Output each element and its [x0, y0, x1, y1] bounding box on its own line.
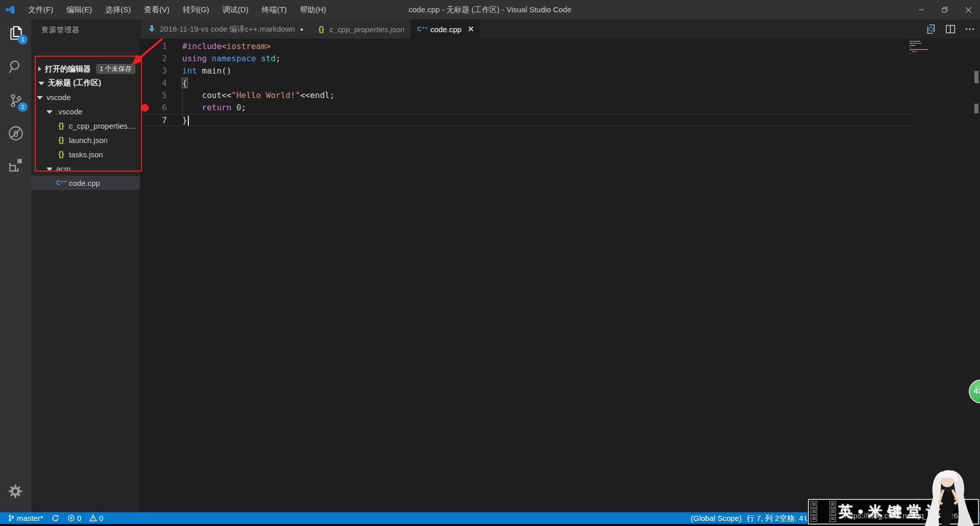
gear-icon[interactable] — [7, 483, 24, 500]
chevron-down-icon — [37, 96, 43, 100]
code-lines: 1#include<iostream>2using namespace std;… — [140, 40, 980, 126]
explorer-sidebar: 资源管理器 打开的编辑器 1 个未保存 无标题 (工作区) vscode.vsc… — [31, 19, 140, 512]
source-control-icon[interactable]: 1 — [7, 92, 24, 109]
tab-label: 2018-11-19-vs code 编译c++.markdown — [160, 25, 295, 34]
close-icon[interactable] — [957, 0, 980, 19]
debug-icon[interactable] — [7, 125, 24, 142]
editor-actions — [925, 19, 976, 39]
minimap-line — [910, 45, 973, 46]
line-number: 3 — [140, 65, 167, 77]
code-line[interactable]: 3int main() — [140, 65, 980, 77]
code-editor[interactable]: 1#include<iostream>2using namespace std;… — [140, 39, 980, 512]
menu-item[interactable]: 转到(G) — [176, 0, 216, 19]
menu-item[interactable]: 文件(F) — [21, 0, 60, 19]
minimap-line — [910, 49, 973, 50]
code-line[interactable]: 7} — [140, 114, 910, 126]
tree-item[interactable]: .vscode — [31, 104, 140, 118]
tree-item[interactable]: acm — [31, 161, 140, 176]
code-text: return 0; — [182, 102, 246, 114]
menu-item[interactable]: 查看(V) — [137, 0, 176, 19]
errors-status[interactable]: 0 — [65, 512, 84, 524]
chevron-right-icon — [38, 66, 41, 71]
seal-stamps: 回 回 回 — [829, 501, 836, 522]
git-branch-status[interactable]: master* — [5, 512, 46, 524]
menu-item[interactable]: 选择(S) — [99, 0, 137, 19]
menu-item[interactable]: 编辑(E) — [60, 0, 99, 19]
tree-item[interactable]: {}launch.json — [31, 133, 140, 147]
tree-item-label: acm — [56, 164, 70, 173]
error-icon — [67, 514, 75, 522]
workspace-section[interactable]: 无标题 (工作区) — [31, 76, 140, 90]
status-item[interactable]: 空格: 4 — [779, 512, 803, 524]
more-actions-icon[interactable] — [964, 23, 976, 35]
open-editors-section[interactable]: 打开的编辑器 1 个未保存 — [31, 62, 140, 76]
tab-close-icon[interactable]: ✕ — [468, 25, 474, 34]
vscode-logo-icon — [5, 5, 15, 15]
code-line[interactable]: 4{ — [140, 77, 980, 89]
modified-dot-icon[interactable]: ● — [300, 26, 304, 32]
explorer-icon[interactable]: 1 — [7, 25, 24, 42]
line-number: 7 — [140, 114, 167, 127]
minimap-line — [910, 51, 973, 52]
code-text: using namespace std; — [182, 53, 281, 65]
sync-icon — [52, 514, 59, 522]
editor-tab[interactable]: C⁺⁺code.cpp✕ — [411, 19, 480, 39]
minimize-icon[interactable] — [910, 0, 933, 19]
code-line[interactable]: 1#include<iostream> — [140, 40, 980, 53]
minimap-line — [910, 43, 973, 44]
tab-label: code.cpp — [430, 25, 461, 34]
restore-icon[interactable] — [933, 0, 957, 19]
cpp-icon: C⁺⁺ — [56, 179, 66, 186]
workspace-label: 无标题 (工作区) — [48, 78, 101, 88]
extensions-icon[interactable] — [7, 156, 24, 174]
tree-item-label: tasks.json — [69, 150, 103, 159]
code-text: } — [182, 114, 189, 127]
explorer-badge: 1 — [18, 35, 28, 44]
file-tree: vscode.vscode{}c_cpp_properties....{}lau… — [31, 90, 140, 190]
open-preview-icon[interactable] — [925, 23, 937, 35]
code-text: cout<<"Hello World!"<<endl; — [182, 89, 335, 102]
anime-character — [914, 467, 980, 526]
tree-item[interactable]: C⁺⁺code.cpp — [31, 176, 140, 190]
scm-badge: 1 — [18, 102, 28, 112]
status-item[interactable]: 行 7, 列 2 — [747, 512, 779, 524]
tree-item[interactable]: {}c_cpp_properties.... — [31, 118, 140, 133]
warnings-status[interactable]: 0 — [87, 512, 106, 524]
line-number: 5 — [140, 89, 167, 102]
status-item[interactable]: (Global Scope) — [691, 512, 742, 524]
code-line[interactable]: 5 cout<<"Hello World!"<<endl; — [140, 89, 980, 102]
editor-tab[interactable]: {}c_cpp_properties.json — [310, 19, 411, 39]
tree-item-label: code.cpp — [69, 179, 100, 187]
code-line[interactable]: 2using namespace std; — [140, 53, 980, 65]
line-number: 1 — [140, 40, 167, 53]
tree-item[interactable]: vscode — [31, 90, 140, 104]
window-controls — [910, 0, 980, 19]
git-branch-icon — [8, 514, 15, 522]
split-editor-icon[interactable] — [944, 23, 957, 35]
warning-count: 0 — [99, 514, 103, 522]
minimap-line — [910, 53, 973, 54]
unsaved-badge: 1 个未保存 — [96, 64, 135, 74]
editor-tab[interactable]: 2018-11-19-vs code 编译c++.markdown● — [140, 19, 310, 39]
tree-item[interactable]: {}tasks.json — [31, 147, 140, 161]
json-icon: {} — [56, 150, 66, 158]
line-number: 4 — [140, 77, 167, 89]
search-icon[interactable] — [7, 58, 24, 76]
minimap[interactable] — [910, 41, 973, 55]
code-line[interactable]: 6 return 0; — [140, 102, 980, 114]
code-text: { — [182, 77, 187, 89]
tab-label: c_cpp_properties.json — [330, 25, 405, 34]
json-icon: {} — [56, 122, 66, 130]
editor-tab-bar: 2018-11-19-vs code 编译c++.markdown●{}c_cp… — [140, 19, 980, 39]
open-editors-label: 打开的编辑器 — [45, 64, 91, 74]
error-count: 0 — [77, 514, 81, 522]
code-text: int main() — [182, 65, 231, 77]
sync-status[interactable] — [49, 512, 62, 524]
json-icon: {} — [316, 25, 327, 33]
menu-item[interactable]: 调试(D) — [216, 0, 255, 19]
tree-item-label: vscode — [46, 93, 71, 102]
tree-item-label: launch.json — [69, 136, 108, 145]
text-cursor — [188, 116, 189, 126]
overview-ruler-mark — [974, 71, 978, 83]
line-number: 6 — [140, 102, 167, 114]
